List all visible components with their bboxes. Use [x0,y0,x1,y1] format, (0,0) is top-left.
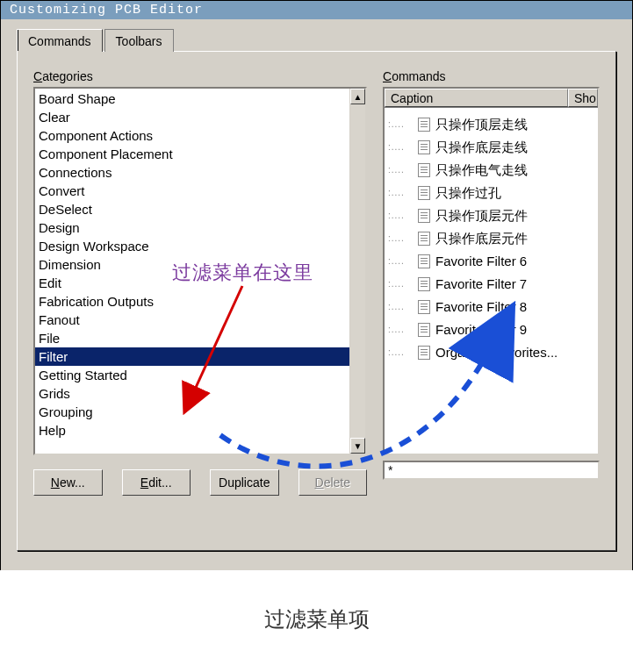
commands-label: Commands [383,69,600,83]
command-item[interactable]: :....Favorite Filter 8 [388,296,594,318]
tab-commands[interactable]: Commands [17,29,103,52]
duplicate-button[interactable]: Duplicate [210,469,279,496]
command-item[interactable]: :....只操作底层元件 [388,227,594,250]
tabstrip: Commands Toolbars [17,29,616,52]
tab-panel: Categories Board ShapeClearComponent Act… [17,51,616,551]
command-item[interactable]: :....只操作底层走线 [388,136,594,159]
category-item[interactable]: Edit [35,274,349,292]
page-icon [418,163,430,177]
tree-connector: :.... [388,113,413,136]
window-title: Customizing PCB Editor [10,3,203,18]
category-item[interactable]: Grouping [35,403,349,421]
commands-filter-input[interactable]: * [383,461,600,480]
command-label: Favorite Filter 7 [435,273,527,296]
category-item[interactable]: Component Placement [35,145,349,163]
tab-toolbars[interactable]: Toolbars [104,29,174,52]
column-caption[interactable]: Caption [385,89,568,107]
categories-scrollbar[interactable]: ▲ ▼ [349,89,365,454]
page-icon [418,118,430,132]
command-label: 只操作过孔 [435,182,501,204]
categories-label: Categories [33,69,367,83]
page-icon [418,346,430,360]
category-item[interactable]: Grids [35,384,349,403]
tree-connector: :.... [388,250,413,273]
tree-connector: :.... [388,136,413,159]
command-label: 只操作电气走线 [435,159,528,182]
edit-button[interactable]: Edit... [122,469,191,496]
page-icon [418,254,430,268]
page-icon [418,323,430,337]
button-row: New... Edit... Duplicate Delete [33,469,367,496]
command-label: Favorite Filter 9 [435,318,527,341]
new-button[interactable]: New... [33,469,103,496]
category-item[interactable]: Clear [35,108,349,126]
category-item[interactable]: Fabrication Outputs [35,292,349,311]
category-item[interactable]: Design Workspace [35,237,349,255]
command-item[interactable]: :....Favorite Filter 7 [388,273,594,296]
command-item[interactable]: :....Favorite Filter 9 [388,318,594,341]
command-label: Favorite Filter 6 [435,250,527,273]
category-item[interactable]: Board Shape [35,89,349,108]
page-icon [418,140,430,154]
tree-connector: :.... [388,227,413,250]
category-item[interactable]: Getting Started [35,366,349,384]
category-item[interactable]: Dimension [35,255,349,274]
scroll-up-button[interactable]: ▲ [350,89,365,104]
tree-connector: :.... [388,296,413,318]
figure-caption: 过滤菜单项 [0,570,633,660]
category-item[interactable]: Filter [35,347,349,366]
command-item[interactable]: :....只操作顶层元件 [388,204,594,227]
category-item[interactable]: Help [35,421,349,440]
dialog-window: Customizing PCB Editor Commands Toolbars… [0,0,633,570]
column-shortcut[interactable]: Sho [568,89,598,107]
scroll-down-button[interactable]: ▼ [350,438,365,454]
page-icon [418,232,430,246]
category-item[interactable]: DeSelect [35,200,349,218]
command-label: 只操作顶层元件 [435,204,528,227]
command-item[interactable]: :....只操作电气走线 [388,159,594,182]
page-icon [418,209,430,223]
command-label: 只操作顶层走线 [435,113,528,136]
tree-connector: :.... [388,182,413,204]
titlebar: Customizing PCB Editor [1,1,632,19]
command-item[interactable]: :....只操作过孔 [388,182,594,204]
category-item[interactable]: Component Actions [35,126,349,145]
commands-listview[interactable]: Caption Sho :....只操作顶层走线:....只操作底层走线:...… [383,87,600,455]
command-label: Favorite Filter 8 [435,296,527,318]
categories-listbox[interactable]: Board ShapeClearComponent ActionsCompone… [33,87,367,455]
command-item[interactable]: :....Organize Favorites... [388,341,594,364]
tree-connector: :.... [388,341,413,364]
command-label: 只操作底层走线 [435,136,528,159]
page-icon [418,186,430,200]
command-label: 只操作底层元件 [435,227,528,250]
commands-header: Caption Sho [385,89,598,108]
category-item[interactable]: Design [35,218,349,237]
page-icon [418,277,430,291]
client-area: Commands Toolbars Categories Board Shape… [1,19,632,551]
tree-connector: :.... [388,159,413,182]
delete-button[interactable]: Delete [299,469,368,496]
command-item[interactable]: :....Favorite Filter 6 [388,250,594,273]
category-item[interactable]: Convert [35,182,349,200]
command-item[interactable]: :....只操作顶层走线 [388,113,594,136]
tree-connector: :.... [388,318,413,341]
category-item[interactable]: Connections [35,163,349,182]
tree-connector: :.... [388,273,413,296]
category-item[interactable]: Fanout [35,311,349,329]
category-item[interactable]: File [35,329,349,347]
tree-connector: :.... [388,204,413,227]
command-label: Organize Favorites... [435,341,557,364]
page-icon [418,300,430,314]
